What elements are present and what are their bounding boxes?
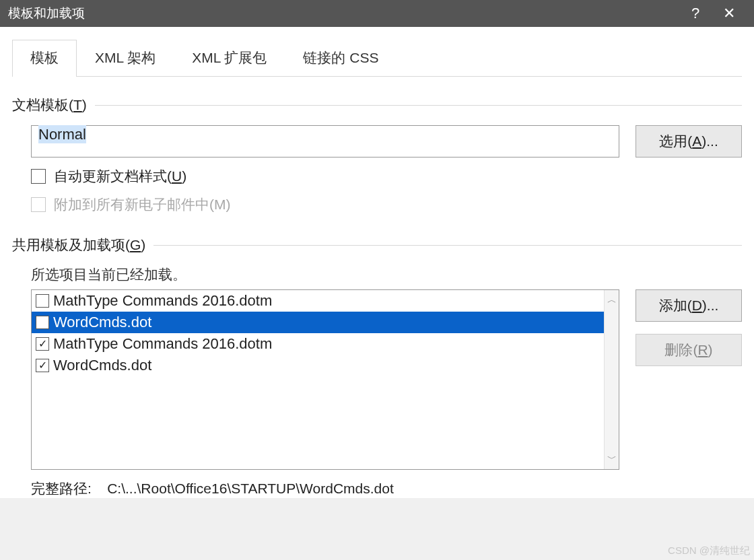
list-item[interactable]: ✓ WordCmds.dot	[32, 355, 604, 376]
full-path-value: C:\...\Root\Office16\STARTUP\WordCmds.do…	[107, 481, 394, 496]
help-button[interactable]: ?	[679, 0, 712, 27]
doc-template-value: Normal	[38, 125, 86, 143]
checkbox-icon[interactable]	[36, 294, 49, 308]
list-item[interactable]: ✓ MathType Commands 2016.dotm	[32, 333, 604, 355]
remove-button[interactable]: 删除(R)	[636, 334, 742, 366]
checkbox-icon	[31, 169, 46, 184]
scroll-down-icon[interactable]: ﹀	[607, 453, 617, 465]
checkbox-icon[interactable]: ✓	[36, 337, 49, 351]
dialog-body: 模板 XML 架构 XML 扩展包 链接的 CSS 文档模板(T) Normal…	[0, 27, 754, 498]
checkbox-icon[interactable]: ✓	[36, 359, 49, 372]
titlebar: 模板和加载项 ? ✕	[0, 0, 754, 27]
tab-linked-css[interactable]: 链接的 CSS	[285, 40, 397, 77]
checkbox-icon[interactable]: ✓	[36, 316, 49, 329]
attach-email-label: 附加到所有新电子邮件中(M)	[54, 195, 230, 214]
global-templates-listbox[interactable]: MathType Commands 2016.dotm ✓ WordCmds.d…	[31, 289, 619, 470]
auto-update-label: 自动更新文档样式(U)	[54, 167, 186, 186]
tab-templates[interactable]: 模板	[12, 40, 77, 77]
dialog-title: 模板和加载项	[8, 5, 679, 22]
close-button[interactable]: ✕	[712, 0, 746, 27]
tab-xml-schema[interactable]: XML 架构	[77, 40, 174, 77]
list-item[interactable]: MathType Commands 2016.dotm	[32, 290, 604, 312]
full-path-label: 完整路径:	[31, 481, 92, 496]
add-button[interactable]: 添加(D)...	[636, 289, 742, 322]
doc-template-input[interactable]: Normal	[31, 125, 619, 158]
checkbox-icon	[31, 197, 46, 212]
listbox-inner: MathType Commands 2016.dotm ✓ WordCmds.d…	[32, 290, 604, 469]
tabstrip: 模板 XML 架构 XML 扩展包 链接的 CSS	[12, 39, 742, 77]
watermark: CSDN @清纯世纪	[668, 545, 750, 557]
doc-template-header: 文档模板(T)	[12, 96, 742, 114]
global-hint: 所选项目当前已经加载。	[31, 265, 742, 284]
global-templates-header: 共用模板及加载项(G)	[12, 236, 742, 254]
attach-button[interactable]: 选用(A)...	[636, 125, 742, 158]
scroll-up-icon[interactable]: ︿	[607, 294, 617, 306]
list-item[interactable]: ✓ WordCmds.dot	[32, 312, 604, 333]
tab-xml-expansion[interactable]: XML 扩展包	[174, 40, 285, 77]
full-path-row: 完整路径: C:\...\Root\Office16\STARTUP\WordC…	[31, 479, 742, 498]
auto-update-checkbox-row[interactable]: 自动更新文档样式(U)	[31, 167, 742, 186]
scrollbar[interactable]: ︿ ﹀	[604, 290, 619, 469]
attach-email-checkbox-row: 附加到所有新电子邮件中(M)	[31, 195, 742, 214]
